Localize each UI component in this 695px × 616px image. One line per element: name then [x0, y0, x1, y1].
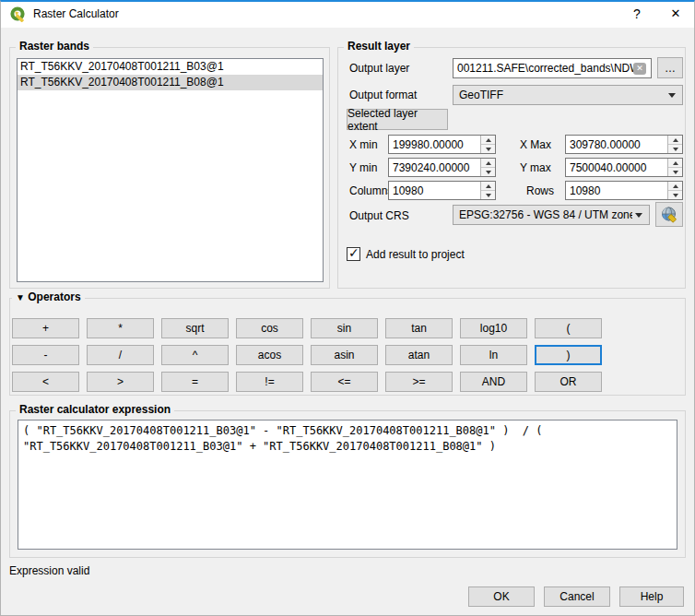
rows-label: Rows — [526, 184, 554, 197]
expression-title: Raster calculator expression — [16, 403, 174, 416]
operator-button[interactable]: asin — [311, 345, 378, 365]
x-min-label: X min — [349, 138, 378, 151]
spin-up-icon[interactable] — [668, 159, 682, 168]
close-button[interactable]: ✕ — [658, 1, 693, 27]
operator-button[interactable]: ^ — [161, 345, 229, 365]
operators-header[interactable]: ▼ Operators — [12, 290, 85, 303]
raster-bands-title: Raster bands — [16, 40, 93, 53]
expression-textarea[interactable]: ( "RT_T56KKV_20170408T001211_B03@1" - "R… — [18, 420, 677, 550]
raster-calculator-dialog: Raster Calculator ? ✕ Raster bands RT_T5… — [0, 0, 695, 616]
ok-button[interactable]: OK — [468, 586, 535, 607]
operator-button[interactable]: < — [12, 372, 79, 392]
operator-button[interactable]: != — [236, 372, 303, 392]
add-result-checkbox-label: Add result to project — [366, 248, 465, 261]
expression-group: Raster calculator expression ( "RT_T56KK… — [9, 410, 686, 558]
y-min-label: Y min — [349, 161, 377, 174]
check-icon: ✓ — [348, 245, 359, 260]
chevron-down-icon — [635, 213, 642, 218]
add-result-checkbox[interactable]: ✓ — [347, 247, 360, 261]
operator-button[interactable]: atan — [385, 345, 453, 365]
operator-button[interactable]: sqrt — [161, 318, 229, 338]
raster-band-item[interactable]: RT_T56KKV_20170408T001211_B03@1 — [18, 59, 323, 75]
raster-bands-group: Raster bands RT_T56KKV_20170408T001211_B… — [9, 47, 330, 289]
operator-button[interactable]: >= — [385, 372, 453, 392]
operators-group: ▼ Operators + * sqrt cos sin tan log10 (… — [9, 298, 686, 396]
operator-button[interactable]: sin — [311, 318, 378, 338]
spin-up-icon[interactable] — [481, 136, 495, 145]
operator-button[interactable]: + — [12, 318, 79, 338]
operator-button[interactable]: ln — [460, 345, 527, 365]
output-crs-label: Output CRS — [349, 209, 409, 222]
output-layer-input[interactable]: 001211.SAFE\corrected_bands\NDWI ✕ — [453, 58, 652, 78]
operator-button[interactable]: log10 — [460, 318, 527, 338]
operators-title: Operators — [28, 290, 80, 303]
operator-button[interactable]: / — [87, 345, 154, 365]
x-min-spinbox[interactable]: 199980.00000 — [388, 135, 496, 154]
collapse-arrow-icon[interactable]: ▼ — [16, 292, 25, 302]
spin-down-icon[interactable] — [668, 191, 682, 199]
spin-up-icon[interactable] — [481, 182, 495, 191]
expression-status: Expression valid — [9, 564, 89, 577]
operator-button[interactable]: > — [87, 372, 154, 392]
rows-spinbox[interactable]: 10980 — [565, 181, 683, 200]
globe-icon — [660, 206, 678, 224]
output-crs-select[interactable]: EPSG:32756 - WGS 84 / UTM zone 56S — [453, 205, 650, 225]
chevron-down-icon — [668, 93, 676, 98]
raster-bands-list[interactable]: RT_T56KKV_20170408T001211_B03@1 RT_T56KK… — [17, 58, 324, 282]
operator-button[interactable]: AND — [460, 372, 527, 392]
spin-down-icon[interactable] — [481, 168, 495, 176]
operators-grid: + * sqrt cos sin tan log10 ( - / ^ acos … — [12, 318, 602, 392]
window-title: Raster Calculator — [33, 0, 119, 28]
operator-button[interactable]: OR — [535, 372, 602, 392]
output-format-select[interactable]: GeoTIFF — [453, 85, 683, 105]
spin-down-icon[interactable] — [481, 145, 495, 153]
result-layer-group: Result layer Output layer 001211.SAFE\co… — [337, 47, 686, 289]
window-titlebar[interactable]: Raster Calculator ? ✕ — [0, 0, 695, 28]
columns-spinbox[interactable]: 10980 — [388, 181, 496, 200]
selected-layer-extent-button[interactable]: Selected layer extent — [347, 109, 448, 130]
y-max-spinbox[interactable]: 7500040.00000 — [565, 158, 683, 177]
columns-label: Columns — [349, 184, 393, 197]
operator-button[interactable]: = — [161, 372, 229, 392]
spin-up-icon[interactable] — [668, 182, 682, 191]
operator-button[interactable]: acos — [236, 345, 303, 365]
crs-picker-button[interactable] — [655, 202, 683, 227]
spin-down-icon[interactable] — [668, 168, 682, 176]
spin-up-icon[interactable] — [481, 159, 495, 168]
output-format-label: Output format — [349, 89, 417, 101]
y-max-label: Y max — [520, 161, 551, 174]
x-max-spinbox[interactable]: 309780.00000 — [565, 135, 683, 154]
spin-down-icon[interactable] — [481, 191, 495, 199]
operator-button[interactable]: * — [87, 318, 154, 338]
operator-button[interactable]: ) — [535, 345, 602, 365]
help-footer-button[interactable]: Help — [619, 586, 684, 607]
y-min-spinbox[interactable]: 7390240.00000 — [388, 158, 496, 177]
x-max-label: X Max — [520, 138, 551, 151]
qgis-logo-icon — [10, 6, 26, 22]
browse-button[interactable]: … — [657, 57, 683, 78]
operator-button[interactable]: tan — [385, 318, 453, 338]
operator-button[interactable]: cos — [236, 318, 303, 338]
output-layer-label: Output layer — [349, 62, 409, 75]
spin-up-icon[interactable] — [668, 136, 682, 145]
clear-icon[interactable]: ✕ — [633, 63, 646, 75]
raster-band-item[interactable]: RT_T56KKV_20170408T001211_B08@1 — [18, 75, 323, 90]
spin-down-icon[interactable] — [668, 145, 682, 153]
result-layer-title: Result layer — [344, 40, 414, 53]
help-button[interactable]: ? — [619, 1, 654, 27]
operator-button[interactable]: ( — [535, 318, 602, 338]
operator-button[interactable]: <= — [311, 372, 378, 392]
cancel-button[interactable]: Cancel — [544, 586, 610, 607]
operator-button[interactable]: - — [12, 345, 79, 365]
